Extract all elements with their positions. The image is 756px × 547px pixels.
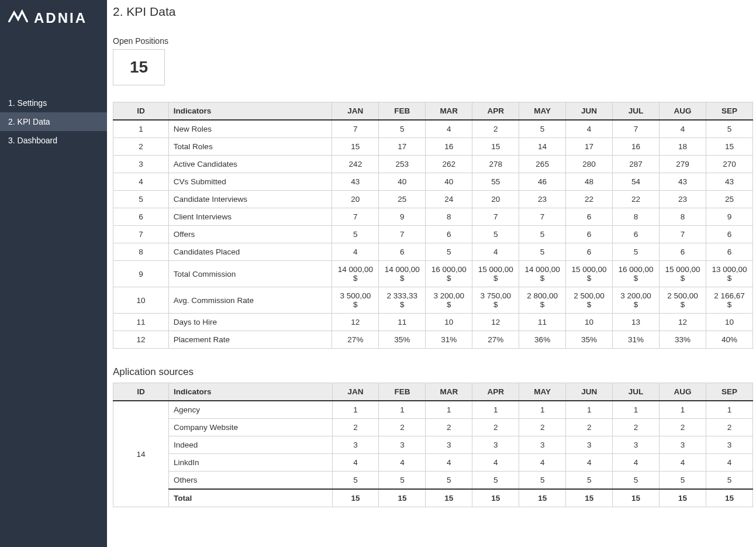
cell-value[interactable]: 5 xyxy=(472,472,519,490)
cell-value[interactable]: 25 xyxy=(379,191,426,208)
cell-value[interactable]: 3 xyxy=(566,436,613,454)
cell-value[interactable]: 14 000,00 $ xyxy=(379,261,426,287)
table-row[interactable]: 11Days to Hire121110121110131210 xyxy=(113,314,753,331)
cell-value[interactable]: 11 xyxy=(379,314,426,331)
cell-value[interactable]: 5 xyxy=(519,226,566,243)
cell-value[interactable]: 15 xyxy=(472,138,519,156)
cell-value[interactable]: 2 xyxy=(472,120,519,138)
cell-value[interactable]: 27% xyxy=(472,331,519,349)
cell-value[interactable]: 2 xyxy=(332,419,379,436)
cell-value[interactable]: 4 xyxy=(379,454,426,472)
cell-value[interactable]: 3 xyxy=(472,436,519,454)
cell-value[interactable]: 2 166,67 $ xyxy=(706,287,752,314)
cell-value[interactable]: 15 xyxy=(706,138,752,156)
table-row[interactable]: 7Offers576556676 xyxy=(113,226,753,243)
cell-value[interactable]: 4 xyxy=(706,454,753,472)
table-row[interactable]: 12Placement Rate27%35%31%27%36%35%31%33%… xyxy=(113,331,753,349)
cell-value[interactable]: 10 xyxy=(426,314,472,331)
table-row[interactable]: 10Avg. Commission Rate3 500,00 $2 333,33… xyxy=(113,287,753,314)
table-row[interactable]: 1New Roles754254745 xyxy=(113,120,753,138)
cell-value[interactable]: 7 xyxy=(472,208,519,226)
cell-value[interactable]: 43 xyxy=(332,173,379,191)
cell-value[interactable]: 262 xyxy=(426,156,472,173)
cell-value[interactable]: 12 xyxy=(659,314,706,331)
cell-value[interactable]: 46 xyxy=(519,173,566,191)
cell-value[interactable]: 6 xyxy=(659,243,706,261)
cell-value[interactable]: 8 xyxy=(426,208,472,226)
cell-value[interactable]: 4 xyxy=(566,120,613,138)
cell-value[interactable]: 3 500,00 $ xyxy=(332,287,379,314)
cell-value[interactable]: 3 200,00 $ xyxy=(613,287,660,314)
cell-value[interactable]: 4 xyxy=(660,454,706,472)
cell-value[interactable]: 22 xyxy=(566,191,613,208)
cell-value[interactable]: 6 xyxy=(613,226,660,243)
cell-value[interactable]: 35% xyxy=(379,331,426,349)
cell-value[interactable]: 5 xyxy=(519,243,566,261)
cell-value[interactable]: 9 xyxy=(379,208,426,226)
cell-value[interactable]: 15 xyxy=(332,138,379,156)
cell-value[interactable]: 7 xyxy=(519,208,566,226)
cell-value[interactable]: 35% xyxy=(566,331,613,349)
cell-value[interactable]: 5 xyxy=(613,243,660,261)
cell-value[interactable]: 1 xyxy=(472,401,519,419)
cell-value[interactable]: 4 xyxy=(426,454,472,472)
cell-value[interactable]: 31% xyxy=(613,331,660,349)
cell-value[interactable]: 12 xyxy=(472,314,519,331)
cell-value[interactable]: 1 xyxy=(519,401,566,419)
cell-value[interactable]: 5 xyxy=(706,472,753,490)
cell-value[interactable]: 2 500,00 $ xyxy=(566,287,613,314)
cell-value[interactable]: 6 xyxy=(566,243,613,261)
cell-value[interactable]: 15 000,00 $ xyxy=(566,261,613,287)
cell-value[interactable]: 2 xyxy=(660,419,706,436)
cell-value[interactable]: 10 xyxy=(706,314,752,331)
nav-dashboard[interactable]: 3. Dashboard xyxy=(0,131,107,150)
cell-value[interactable]: 1 xyxy=(660,401,706,419)
cell-value[interactable]: 4 xyxy=(613,454,660,472)
cell-value[interactable]: 5 xyxy=(613,472,660,490)
cell-value[interactable]: 3 xyxy=(706,436,753,454)
cell-value[interactable]: 18 xyxy=(659,138,706,156)
cell-value[interactable]: 5 xyxy=(472,226,519,243)
cell-value[interactable]: 2 500,00 $ xyxy=(659,287,706,314)
cell-value[interactable]: 1 xyxy=(332,401,379,419)
cell-value[interactable]: 15 000,00 $ xyxy=(472,261,519,287)
table-row[interactable]: Indeed333333333 xyxy=(113,436,753,454)
cell-value[interactable]: 2 xyxy=(566,419,613,436)
cell-value[interactable]: 4 xyxy=(566,454,613,472)
cell-value[interactable]: 7 xyxy=(659,226,706,243)
table-row[interactable]: 8Candidates Placed465456566 xyxy=(113,243,753,261)
cell-value[interactable]: 279 xyxy=(659,156,706,173)
cell-value[interactable]: 8 xyxy=(659,208,706,226)
table-row[interactable]: 4CVs Submitted434040554648544343 xyxy=(113,173,753,191)
cell-value[interactable]: 5 xyxy=(706,120,752,138)
table-row[interactable]: 9Total Commission14 000,00 $14 000,00 $1… xyxy=(113,261,753,287)
cell-value[interactable]: 2 333,33 $ xyxy=(379,287,426,314)
cell-value[interactable]: 43 xyxy=(706,173,752,191)
cell-value[interactable]: 12 xyxy=(332,314,379,331)
cell-value[interactable]: 22 xyxy=(613,191,660,208)
cell-value[interactable]: 54 xyxy=(613,173,660,191)
cell-value[interactable]: 23 xyxy=(659,191,706,208)
cell-value[interactable]: 7 xyxy=(332,208,379,226)
cell-value[interactable]: 4 xyxy=(472,243,519,261)
cell-value[interactable]: 5 xyxy=(426,243,472,261)
cell-value[interactable]: 3 xyxy=(426,436,472,454)
cell-value[interactable]: 3 xyxy=(379,436,426,454)
cell-value[interactable]: 43 xyxy=(659,173,706,191)
cell-value[interactable]: 3 750,00 $ xyxy=(472,287,519,314)
cell-value[interactable]: 27% xyxy=(332,331,379,349)
cell-value[interactable]: 16 000,00 $ xyxy=(613,261,660,287)
cell-value[interactable]: 13 000,00 $ xyxy=(706,261,752,287)
cell-value[interactable]: 4 xyxy=(426,120,472,138)
table-row[interactable]: 2Total Roles151716151417161815 xyxy=(113,138,753,156)
cell-value[interactable]: 6 xyxy=(706,226,752,243)
cell-value[interactable]: 2 xyxy=(519,419,566,436)
cell-value[interactable]: 40% xyxy=(706,331,752,349)
cell-value[interactable]: 5 xyxy=(379,472,426,490)
cell-value[interactable]: 11 xyxy=(519,314,566,331)
cell-value[interactable]: 1 xyxy=(613,401,660,419)
cell-value[interactable]: 2 xyxy=(426,419,472,436)
cell-value[interactable]: 7 xyxy=(379,226,426,243)
cell-value[interactable]: 5 xyxy=(519,120,566,138)
cell-value[interactable]: 16 xyxy=(613,138,660,156)
